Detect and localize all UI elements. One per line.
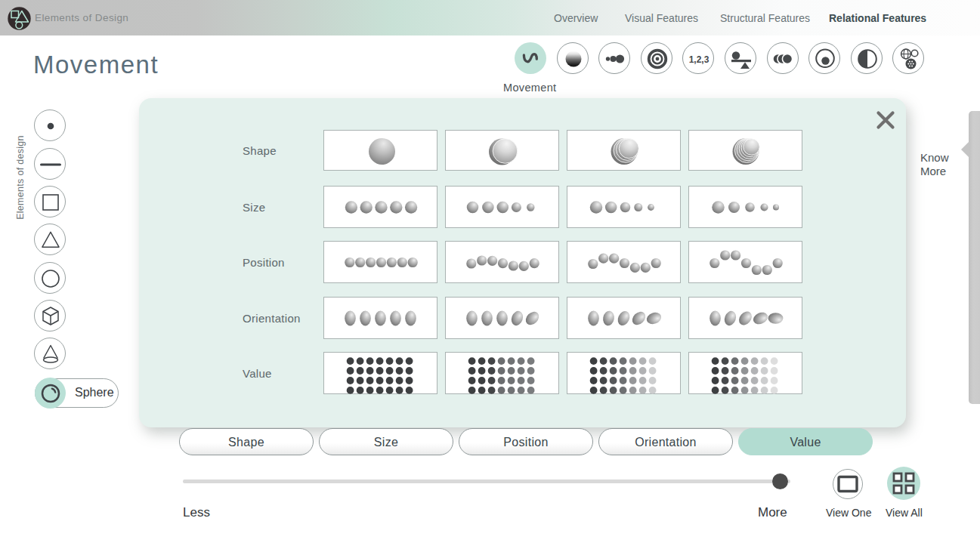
svg-text:1,2,3: 1,2,3 [689,54,709,65]
